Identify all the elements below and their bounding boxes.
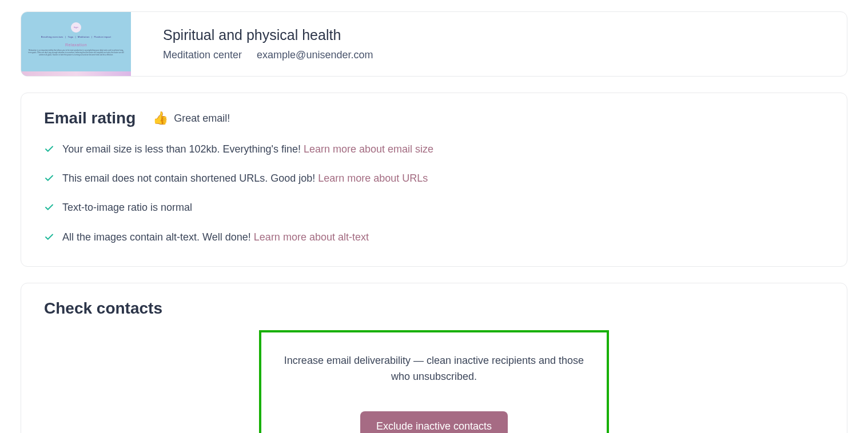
rating-title: Email rating	[44, 109, 136, 127]
check-icon	[44, 173, 54, 183]
rating-header: Email rating 👍 Great email!	[44, 109, 824, 127]
rating-check-text: All the images contain alt-text. Well do…	[62, 231, 254, 243]
thumb-hero-body: Relaxation is an important ability that …	[28, 50, 124, 56]
thumb-nav-item: Positive impact	[94, 35, 111, 38]
rating-badge-text: Great email!	[174, 113, 230, 125]
campaign-sender: Meditation center	[163, 49, 242, 61]
thumb-nav-sep: |	[91, 35, 92, 38]
contacts-title: Check contacts	[44, 299, 824, 318]
check-contacts-card: Check contacts Increase email deliverabi…	[21, 283, 847, 433]
thumb-hero-title: Relaxation	[21, 43, 131, 47]
deliverability-text: Increase email deliverability — clean in…	[275, 353, 593, 385]
rating-check-list: Your email size is less than 102kb. Ever…	[44, 142, 824, 244]
check-icon	[44, 144, 54, 154]
rating-check-item: This email does not contain shortened UR…	[44, 171, 824, 186]
exclude-inactive-button[interactable]: Exclude inactive contacts	[360, 411, 508, 433]
thumb-nav-sep: |	[75, 35, 76, 38]
rating-check-text: Text-to-image ratio is normal	[62, 202, 192, 213]
campaign-title: Spiritual and physical health	[163, 27, 373, 43]
thumb-nav-item: Meditation	[78, 35, 89, 38]
thumb-logo: logo	[71, 22, 81, 33]
rating-check-text: This email does not contain shortened UR…	[62, 173, 318, 184]
rating-check-item: Text-to-image ratio is normal	[44, 201, 824, 215]
contacts-highlight-box: Increase email deliverability — clean in…	[259, 330, 609, 433]
learn-more-link[interactable]: Learn more about URLs	[318, 173, 428, 184]
rating-check-item: Your email size is less than 102kb. Ever…	[44, 142, 824, 157]
thumb-bottom-image	[21, 71, 131, 76]
thumb-nav-item: Yoga	[67, 35, 73, 38]
rating-check-item: All the images contain alt-text. Well do…	[44, 230, 824, 244]
campaign-thumbnail[interactable]: logo Breathing exercises | Yoga | Medita…	[21, 12, 131, 76]
campaign-email: example@unisender.com	[257, 49, 373, 61]
rating-badge: 👍 Great email!	[153, 111, 230, 126]
thumbs-up-icon: 👍	[153, 111, 168, 126]
campaign-info: Spiritual and physical health Meditation…	[131, 12, 400, 76]
check-icon	[44, 232, 54, 242]
check-icon	[44, 202, 54, 213]
learn-more-link[interactable]: Learn more about alt-text	[254, 231, 369, 243]
thumb-nav-sep: |	[65, 35, 66, 38]
thumb-nav: Breathing exercises | Yoga | Meditation …	[21, 36, 131, 39]
campaign-subrow: Meditation center example@unisender.com	[163, 49, 373, 61]
rating-check-text: Your email size is less than 102kb. Ever…	[62, 143, 304, 155]
learn-more-link[interactable]: Learn more about email size	[304, 143, 433, 155]
campaign-header-card: logo Breathing exercises | Yoga | Medita…	[21, 11, 847, 77]
thumb-nav-item: Breathing exercises	[41, 35, 63, 38]
contacts-highlight-wrap: Increase email deliverability — clean in…	[44, 330, 824, 433]
email-rating-card: Email rating 👍 Great email! Your email s…	[21, 93, 847, 267]
